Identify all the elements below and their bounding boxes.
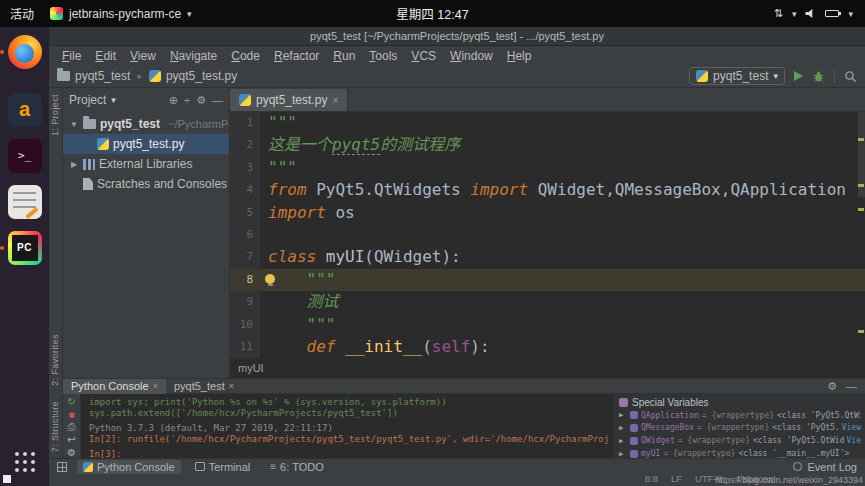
variable-row-myui[interactable]: ▶myUI = {wrappertype} <class '__main__.m…: [613, 447, 865, 458]
line-number[interactable]: 11: [230, 336, 260, 358]
tree-item-label: External Libraries: [99, 157, 192, 171]
view-link[interactable]: View: [842, 423, 861, 432]
menu-tools[interactable]: Tools: [362, 49, 404, 63]
line-ending[interactable]: LF: [671, 473, 682, 484]
menu-run[interactable]: Run: [326, 49, 362, 63]
expand-arrow-icon[interactable]: ▶: [619, 450, 627, 458]
menu-navigate[interactable]: Navigate: [163, 49, 224, 63]
dock-item-writer[interactable]: [6, 183, 43, 220]
close-icon[interactable]: ×: [153, 381, 158, 391]
battery-icon[interactable]: [825, 10, 839, 17]
breadcrumb-class[interactable]: myUI: [238, 362, 264, 374]
tree-item-external-libraries[interactable]: ▶External Libraries: [63, 154, 229, 174]
menu-edit[interactable]: Edit: [88, 49, 123, 63]
window-title-bar[interactable]: pyqt5_test [~/PycharmProjects/pyqt5_test…: [49, 27, 865, 46]
app-menu[interactable]: jetbrains-pycharm-ce ▾: [50, 7, 192, 21]
code-text: class myUI(QWidget):: [260, 246, 865, 268]
scratch-icon: [83, 178, 93, 190]
expand-arrow-icon[interactable]: ▶: [619, 411, 627, 419]
intention-bulb-icon[interactable]: [265, 274, 275, 284]
breadcrumb-file[interactable]: pyqt5_test.py: [166, 69, 237, 83]
variable-row-qmessagebox[interactable]: ▶QMessageBox = {wrappertype} <class 'PyQ…: [613, 422, 865, 435]
expand-arrow-icon[interactable]: ▶: [619, 424, 627, 432]
chevron-down-icon[interactable]: ▼: [69, 120, 79, 129]
statusbar-tab-python-console[interactable]: Python Console: [77, 460, 181, 474]
breadcrumb-project[interactable]: pyqt5_test: [75, 69, 130, 83]
rerun-icon[interactable]: ↻: [65, 397, 79, 408]
line-number[interactable]: 7: [230, 246, 260, 268]
settings-icon[interactable]: ⚙: [65, 447, 79, 458]
line-number[interactable]: 6: [230, 224, 260, 246]
dock-item-firefox[interactable]: [6, 33, 43, 70]
console-output[interactable]: import sys; print('Python %s on %s' % (s…: [81, 394, 612, 458]
gear-icon[interactable]: ⚙: [827, 380, 837, 393]
menu-window[interactable]: Window: [443, 49, 500, 63]
activities-button[interactable]: 活动: [10, 5, 34, 22]
event-log-button[interactable]: Event Log: [793, 461, 857, 473]
menu-help[interactable]: Help: [500, 49, 539, 63]
code-line-2: 2这是一个pyqt5的测试程序: [230, 134, 865, 156]
chevron-down-icon[interactable]: ▾: [111, 95, 116, 105]
tool-window-switcher-icon[interactable]: [57, 462, 67, 472]
hide-panel-icon[interactable]: ―: [212, 94, 223, 107]
line-number[interactable]: 8: [230, 269, 260, 291]
stripe-button-2-favorites[interactable]: 2: Favorites: [50, 334, 60, 386]
caret-position[interactable]: 8:8: [645, 473, 658, 484]
tree-item-scratches-and-consoles[interactable]: Scratches and Consoles: [63, 174, 229, 194]
variable-value: <class 'PyQt5.QtWidgets.Q: [753, 436, 844, 445]
menu-view[interactable]: View: [123, 49, 163, 63]
print-icon[interactable]: ⎙: [65, 422, 79, 433]
tree-item-label: pyqt5_test: [100, 117, 160, 131]
expand-arrow-icon[interactable]: ▶: [619, 437, 627, 445]
view-link[interactable]: Vie: [847, 436, 861, 445]
menu-file[interactable]: File: [55, 49, 88, 63]
gear-icon[interactable]: ⚙: [196, 94, 206, 107]
variables-group-icon: [619, 398, 628, 407]
line-number[interactable]: 1: [230, 112, 260, 134]
locate-file-icon[interactable]: ⊕: [169, 94, 178, 107]
line-number[interactable]: 2: [230, 134, 260, 156]
console-tab-python-console[interactable]: Python Console×: [63, 379, 166, 394]
hide-panel-icon[interactable]: ―: [846, 380, 857, 393]
menu-refactor[interactable]: Refactor: [267, 49, 326, 63]
chevron-down-icon[interactable]: ▾: [848, 9, 853, 19]
stripe-button-1-project[interactable]: 1: Project: [50, 94, 60, 136]
search-everywhere-button[interactable]: [844, 70, 857, 83]
stop-icon[interactable]: ■: [65, 410, 79, 421]
editor-tab[interactable]: pyqt5_test.py ×: [230, 89, 348, 111]
project-panel-title[interactable]: Project: [69, 93, 106, 107]
variables-panel: Special Variables▶QApplication = {wrappe…: [612, 394, 865, 458]
special-variables-header[interactable]: Special Variables: [613, 396, 865, 409]
tree-item-pyqt5-test[interactable]: ▼pyqt5_test~/PycharmProj: [63, 114, 229, 134]
variable-row-qwidget[interactable]: ▶QWidget = {wrappertype} <class 'PyQt5.Q…: [613, 434, 865, 447]
line-number[interactable]: 5: [230, 202, 260, 224]
show-applications-button[interactable]: [15, 452, 35, 472]
tree-item-pyqt5-test-py[interactable]: pyqt5_test.py: [63, 134, 229, 154]
debug-button[interactable]: [812, 70, 825, 83]
menu-code[interactable]: Code: [224, 49, 267, 63]
network-icon[interactable]: ⇅: [774, 7, 783, 20]
editor[interactable]: 1"""2这是一个pyqt5的测试程序3"""4from PyQt5.QtWid…: [230, 112, 865, 358]
dock-item-software[interactable]: a: [6, 91, 43, 128]
line-number[interactable]: 3: [230, 157, 260, 179]
stripe-button-7-structure[interactable]: 7: Structure: [50, 401, 60, 452]
collapse-all-icon[interactable]: ÷: [184, 94, 190, 107]
volume-icon[interactable]: [805, 9, 816, 19]
statusbar-tab-terminal[interactable]: Terminal: [189, 460, 257, 474]
chevron-right-icon[interactable]: ▶: [69, 160, 79, 169]
variable-row-qapplication[interactable]: ▶QApplication = {wrappertype} <class 'Py…: [613, 409, 865, 422]
statusbar-tab-todo[interactable]: 6: TODO: [264, 460, 329, 474]
run-configuration-select[interactable]: pyqt5_test ▾: [689, 67, 785, 85]
soft-wrap-icon[interactable]: ↩: [65, 435, 79, 446]
dock-item-terminal[interactable]: >_: [6, 137, 43, 174]
console-tab-pyqt5-test[interactable]: pyqt5_test×: [166, 379, 242, 394]
menu-vcs[interactable]: VCS: [404, 49, 443, 63]
line-number[interactable]: 4: [230, 179, 260, 201]
run-button[interactable]: [794, 71, 803, 81]
clock[interactable]: 星期四 12:47: [396, 4, 468, 23]
dock-item-pycharm[interactable]: PC: [6, 229, 43, 266]
close-icon[interactable]: ×: [229, 381, 234, 391]
line-number[interactable]: 9: [230, 291, 260, 313]
line-number[interactable]: 10: [230, 314, 260, 336]
close-icon[interactable]: ×: [332, 95, 338, 106]
